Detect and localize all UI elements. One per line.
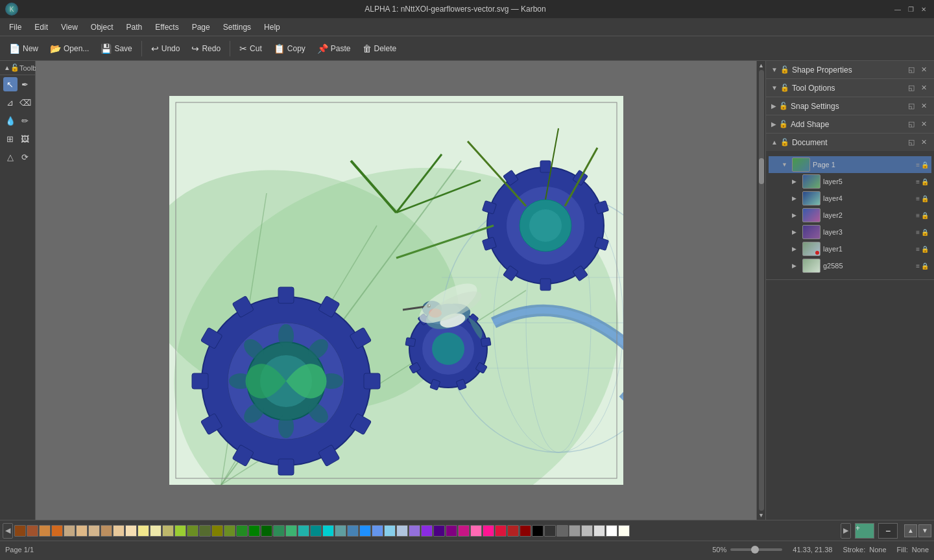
calligraphy-tool-btn[interactable]: ✒	[18, 77, 32, 91]
color-swatch[interactable]	[569, 525, 581, 537]
color-swatch[interactable]	[470, 525, 482, 537]
color-swatch[interactable]	[593, 525, 605, 537]
document-collapse-arrow[interactable]: ▲	[771, 139, 778, 146]
scroll-down-btn[interactable]: ▼	[758, 512, 764, 519]
color-swatch[interactable]	[310, 525, 322, 537]
palette-up-btn[interactable]: ▲	[904, 524, 917, 537]
color-swatch[interactable]	[261, 525, 272, 537]
paste-button[interactable]: 📌 Paste	[312, 41, 356, 56]
open-button[interactable]: 📂 Open...	[45, 41, 94, 56]
color-swatch[interactable]	[433, 525, 445, 537]
color-swatch[interactable]	[101, 525, 112, 537]
menu-effects[interactable]: Effects	[149, 20, 185, 34]
menu-settings[interactable]: Settings	[217, 20, 257, 34]
zoom-slider[interactable]	[730, 548, 782, 551]
redo-button[interactable]: ↪ Redo	[186, 41, 226, 56]
image-tool-btn[interactable]: 🖼	[18, 132, 32, 146]
palette-down-btn[interactable]: ▼	[918, 524, 931, 537]
cut-button[interactable]: ✂ Cut	[234, 41, 267, 56]
path-tool-btn[interactable]: ⊿	[3, 95, 18, 110]
add-shape-collapse-arrow[interactable]: ▶	[771, 121, 776, 128]
undo-button[interactable]: ↩ Undo	[146, 41, 186, 56]
tree-layer5[interactable]: ▶ layer5 ≡ 🔒	[769, 173, 931, 190]
color-swatch[interactable]	[199, 525, 211, 537]
color-swatch[interactable]	[285, 525, 297, 537]
new-button[interactable]: 📄 New	[4, 41, 43, 56]
color-swatch[interactable]	[113, 525, 125, 537]
color-swatch[interactable]	[396, 525, 408, 537]
color-swatch[interactable]	[347, 525, 359, 537]
color-swatch[interactable]	[335, 525, 346, 537]
zoom-thumb[interactable]	[751, 546, 759, 554]
color-swatch[interactable]	[150, 525, 162, 537]
tree-layer3[interactable]: ▶ layer3 ≡ 🔒	[769, 224, 931, 240]
tool-options-float-btn[interactable]: ◱	[906, 83, 916, 93]
document-close-btn[interactable]: ✕	[919, 137, 929, 147]
add-shape-header[interactable]: ▶ 🔓 Add Shape ◱ ✕	[766, 115, 934, 133]
shape-props-collapse-arrow[interactable]: ▼	[771, 66, 778, 73]
color-swatch[interactable]	[322, 525, 334, 537]
scroll-up-btn[interactable]: ▲	[758, 62, 764, 69]
menu-edit[interactable]: Edit	[28, 20, 54, 34]
scroll-thumb[interactable]	[759, 158, 764, 184]
tree-expand-layer4[interactable]: ▶	[792, 195, 800, 202]
tree-layer1[interactable]: ▶ layer1 ≡ 🔒	[769, 240, 931, 257]
shape-props-close-btn[interactable]: ✕	[919, 65, 929, 75]
scroll-track[interactable]	[759, 70, 764, 511]
tree-expand-layer2[interactable]: ▶	[792, 212, 800, 218]
color-swatch[interactable]	[162, 525, 174, 537]
color-swatch[interactable]	[557, 525, 568, 537]
color-swatch[interactable]	[211, 525, 223, 537]
eraser-tool-btn[interactable]: ⌫	[18, 95, 32, 110]
snap-settings-float-btn[interactable]: ◱	[906, 101, 916, 111]
color-swatch[interactable]	[51, 525, 63, 537]
menu-object[interactable]: Object	[84, 20, 120, 34]
tool-options-header[interactable]: ▼ 🔓 Tool Options ◱ ✕	[766, 79, 934, 97]
tree-expand-layer1[interactable]: ▶	[792, 246, 800, 252]
tree-expand-layer5[interactable]: ▶	[792, 178, 800, 185]
menu-path[interactable]: Path	[120, 20, 149, 34]
snap-settings-close-btn[interactable]: ✕	[919, 101, 929, 111]
color-swatch[interactable]	[458, 525, 470, 537]
color-swatch[interactable]	[495, 525, 507, 537]
color-swatch[interactable]	[174, 525, 186, 537]
eyedropper-tool-btn[interactable]: 💧	[3, 113, 18, 128]
color-swatch[interactable]	[138, 525, 149, 537]
color-swatch[interactable]	[236, 525, 248, 537]
color-swatch[interactable]	[409, 525, 420, 537]
color-swatch[interactable]	[507, 525, 519, 537]
tree-expand-g2585[interactable]: ▶	[792, 262, 800, 269]
menu-page[interactable]: Page	[186, 20, 217, 34]
palette-minus-btn[interactable]: −	[878, 523, 898, 539]
color-swatch[interactable]	[532, 525, 544, 537]
color-swatch[interactable]	[14, 525, 26, 537]
color-swatch[interactable]	[581, 525, 593, 537]
color-swatch[interactable]	[618, 525, 630, 537]
tree-layer2[interactable]: ▶ layer2 ≡ 🔒	[769, 207, 931, 224]
toolbox-collapse-arrow[interactable]: ▲	[4, 64, 10, 71]
snap-settings-collapse-arrow[interactable]: ▶	[771, 102, 776, 110]
tree-layer4[interactable]: ▶ layer4 ≡ 🔒	[769, 190, 931, 207]
copy-button[interactable]: 📋 Copy	[269, 41, 311, 56]
tree-page-1[interactable]: ▼ Page 1 ≡ 🔒	[769, 156, 931, 173]
palette-next-btn[interactable]: ▶	[841, 523, 851, 539]
shape-tool-btn[interactable]: △	[3, 150, 18, 164]
close-button[interactable]: ✕	[918, 4, 929, 14]
color-swatch[interactable]	[273, 525, 285, 537]
palette-zoom-btn[interactable]: +	[855, 523, 874, 539]
color-swatch[interactable]	[359, 525, 371, 537]
color-swatch[interactable]	[27, 525, 38, 537]
tree-expand-page-1[interactable]: ▼	[782, 161, 789, 168]
color-swatch[interactable]	[446, 525, 457, 537]
color-swatch[interactable]	[298, 525, 309, 537]
color-swatch[interactable]	[125, 525, 137, 537]
pencil-tool-btn[interactable]: ✏	[18, 113, 32, 128]
menu-view[interactable]: View	[54, 20, 84, 34]
snap-settings-header[interactable]: ▶ 🔓 Snap Settings ◱ ✕	[766, 97, 934, 115]
tool-options-collapse-arrow[interactable]: ▼	[771, 84, 778, 91]
select-tool-btn[interactable]: ↖	[3, 77, 18, 91]
add-shape-float-btn[interactable]: ◱	[906, 119, 916, 129]
color-swatch[interactable]	[187, 525, 198, 537]
document-float-btn[interactable]: ◱	[906, 137, 916, 147]
tree-expand-layer3[interactable]: ▶	[792, 229, 800, 235]
